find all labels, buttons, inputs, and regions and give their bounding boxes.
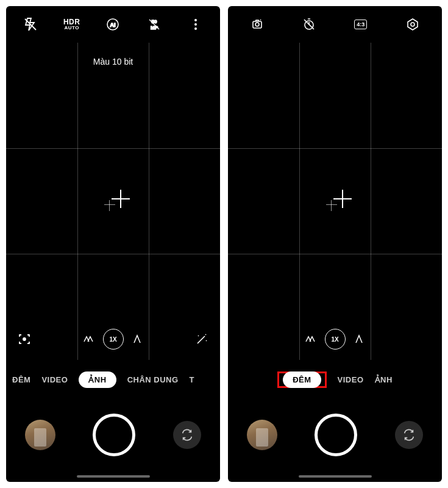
viewfinder-bottom-tools: 1X [6,325,220,354]
zoom-in-tele-icon[interactable] [130,332,144,346]
mode-video[interactable]: VIDEO [41,375,68,384]
zoom-out-wide-icon[interactable] [304,332,319,346]
viewfinder[interactable]: Màu 10 bit 1X [6,43,220,360]
svg-text:50: 50 [152,19,157,24]
mode-night[interactable]: ĐÊM [12,375,30,384]
flash-off-icon[interactable] [18,12,43,37]
svg-point-11 [255,23,259,26]
aspect-ratio-label: 4:3 [354,20,367,29]
camera-screen-night-mode: 4:3 1X Đ [228,6,442,482]
svg-text:AI: AI [110,22,116,28]
shutter-button[interactable] [93,414,135,456]
hdr-auto-toggle[interactable]: HDR AUTO [60,12,84,37]
capture-controls [6,399,220,471]
shutter-button[interactable] [315,414,357,456]
svg-point-6 [194,19,197,21]
settings-icon[interactable] [400,12,425,37]
svg-point-9 [23,338,26,340]
viewfinder-bottom-tools: 1X [228,325,442,354]
top-toolbar: 4:3 [228,6,442,43]
camera-screen-photo-mode: HDR AUTO AI 50MP Màu 10 bit [6,6,220,482]
mode-night[interactable]: ĐÊM [283,371,321,388]
raw-50mp-icon[interactable]: 50MP [142,12,166,37]
aspect-ratio-icon[interactable]: 4:3 [349,12,373,37]
level-crosshair-icon [320,186,350,217]
switch-camera-button[interactable] [395,421,423,449]
zoom-level-label: 1X [109,336,116,343]
timer-off-icon[interactable] [297,12,321,37]
level-crosshair-icon [98,186,129,217]
top-toolbar: HDR AUTO AI 50MP [6,6,220,43]
zoom-level-button[interactable]: 1X [103,329,124,350]
mode-video[interactable]: VIDEO [338,375,364,384]
mode-selector[interactable]: ĐÊM VIDEO ẢNH [228,360,442,399]
zoom-level-label: 1X [331,336,338,343]
mode-truncated[interactable]: T [190,375,194,384]
zoom-out-wide-icon[interactable] [82,332,97,346]
hdr-sublabel: AUTO [64,26,79,30]
color-depth-label: Màu 10 bit [93,57,133,66]
google-lens-icon[interactable] [17,332,32,346]
mode-photo[interactable]: ẢNH [375,375,393,384]
nav-bar[interactable] [228,471,442,482]
gallery-thumbnail[interactable] [247,420,277,450]
beauty-icon[interactable] [245,12,269,37]
zoom-in-tele-icon[interactable] [352,332,366,346]
nav-bar[interactable] [6,471,220,482]
capture-controls [228,399,442,471]
mode-portrait[interactable]: CHÂN DUNG [127,375,179,384]
svg-point-7 [194,23,197,26]
zoom-level-button[interactable]: 1X [325,329,346,350]
more-options-icon[interactable] [183,12,208,37]
switch-camera-button[interactable] [173,421,201,449]
mode-photo[interactable]: ẢNH [79,371,116,388]
mode-selector[interactable]: ĐÊM VIDEO ẢNH CHÂN DUNG T [6,360,220,399]
gallery-thumbnail[interactable] [25,420,55,450]
highlighted-night-mode: ĐÊM [277,371,326,388]
svg-point-16 [411,23,414,26]
viewfinder[interactable]: 1X [228,43,442,360]
filters-magic-icon[interactable] [194,332,209,346]
ai-mode-icon[interactable]: AI [101,12,125,37]
svg-point-8 [194,27,197,30]
